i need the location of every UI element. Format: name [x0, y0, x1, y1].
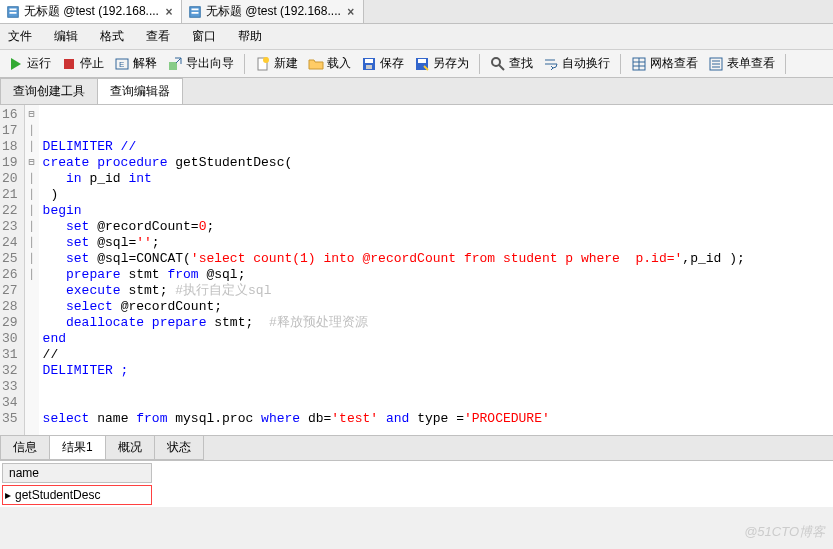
explain-icon: E — [114, 56, 130, 72]
separator — [244, 54, 245, 74]
result-grid: name ▸ getStudentDesc — [0, 461, 833, 507]
editor-tabs: 查询创建工具 查询编辑器 — [0, 78, 833, 105]
menu-view[interactable]: 查看 — [146, 28, 170, 45]
explain-button[interactable]: E解释 — [110, 53, 161, 74]
close-icon[interactable]: × — [345, 5, 357, 19]
svg-point-18 — [492, 58, 500, 66]
file-tab-1[interactable]: 无标题 @test (192.168.... × — [0, 0, 182, 23]
column-header[interactable]: name — [2, 463, 152, 483]
result-tabs: 信息 结果1 概况 状态 — [0, 435, 833, 461]
svg-line-19 — [499, 65, 504, 70]
svg-rect-15 — [366, 65, 372, 69]
menu-help[interactable]: 帮助 — [238, 28, 262, 45]
file-tab-2[interactable]: 无标题 @test (192.168.... × — [182, 0, 364, 23]
save-button[interactable]: 保存 — [357, 53, 408, 74]
stop-icon — [61, 56, 77, 72]
gridview-button[interactable]: 网格查看 — [627, 53, 702, 74]
saveas-button[interactable]: 另存为 — [410, 53, 473, 74]
menu-window[interactable]: 窗口 — [192, 28, 216, 45]
file-tab-label: 无标题 @test (192.168.... — [206, 3, 341, 20]
svg-rect-5 — [191, 12, 198, 14]
toolbar: 运行 停止 E解释 导出向导 新建 载入 保存 另存为 查找 自动换行 网格查看… — [0, 50, 833, 78]
watermark: @51CTO博客 — [744, 523, 825, 541]
svg-rect-10 — [169, 62, 177, 70]
export-button[interactable]: 导出向导 — [163, 53, 238, 74]
formview-button[interactable]: 表单查看 — [704, 53, 779, 74]
tab-query-editor[interactable]: 查询编辑器 — [97, 78, 183, 104]
cell-value: getStudentDesc — [15, 488, 100, 502]
menu-file[interactable]: 文件 — [8, 28, 32, 45]
svg-rect-17 — [418, 59, 426, 63]
svg-rect-1 — [10, 8, 17, 10]
code-editor[interactable]: 1617181920212223242526272829303132333435… — [0, 105, 833, 435]
run-button[interactable]: 运行 — [4, 53, 55, 74]
tab-info[interactable]: 信息 — [0, 436, 50, 460]
wrap-icon — [543, 56, 559, 72]
svg-text:E: E — [119, 60, 124, 69]
folder-icon — [308, 56, 324, 72]
svg-rect-2 — [10, 12, 17, 14]
menu-bar: 文件 编辑 格式 查看 窗口 帮助 — [0, 24, 833, 50]
line-number-gutter: 1617181920212223242526272829303132333435 — [0, 105, 25, 435]
file-tab-label: 无标题 @test (192.168.... — [24, 3, 159, 20]
tab-profile[interactable]: 概况 — [105, 436, 155, 460]
result-row[interactable]: ▸ getStudentDesc — [2, 485, 152, 505]
svg-rect-7 — [64, 59, 74, 69]
grid-icon — [631, 56, 647, 72]
save-icon — [361, 56, 377, 72]
tab-status[interactable]: 状态 — [154, 436, 204, 460]
svg-marker-6 — [11, 58, 21, 70]
query-icon — [6, 5, 20, 19]
find-button[interactable]: 查找 — [486, 53, 537, 74]
query-icon — [188, 5, 202, 19]
separator — [785, 54, 786, 74]
form-icon — [708, 56, 724, 72]
separator — [620, 54, 621, 74]
menu-format[interactable]: 格式 — [100, 28, 124, 45]
saveas-icon — [414, 56, 430, 72]
close-icon[interactable]: × — [163, 5, 175, 19]
svg-rect-14 — [365, 59, 373, 63]
svg-point-12 — [263, 57, 269, 63]
load-button[interactable]: 载入 — [304, 53, 355, 74]
file-tabs-bar: 无标题 @test (192.168.... × 无标题 @test (192.… — [0, 0, 833, 24]
new-icon — [255, 56, 271, 72]
separator — [479, 54, 480, 74]
fold-gutter: ⊟││⊟│││││││ — [25, 105, 39, 435]
play-icon — [8, 56, 24, 72]
tab-result1[interactable]: 结果1 — [49, 436, 106, 460]
code-area[interactable]: DELIMITER //create procedure getStudentD… — [39, 105, 749, 435]
tab-query-builder[interactable]: 查询创建工具 — [0, 78, 98, 104]
search-icon — [490, 56, 506, 72]
svg-rect-4 — [191, 8, 198, 10]
row-marker-icon: ▸ — [5, 488, 15, 502]
stop-button[interactable]: 停止 — [57, 53, 108, 74]
menu-edit[interactable]: 编辑 — [54, 28, 78, 45]
autowrap-button[interactable]: 自动换行 — [539, 53, 614, 74]
new-button[interactable]: 新建 — [251, 53, 302, 74]
export-icon — [167, 56, 183, 72]
